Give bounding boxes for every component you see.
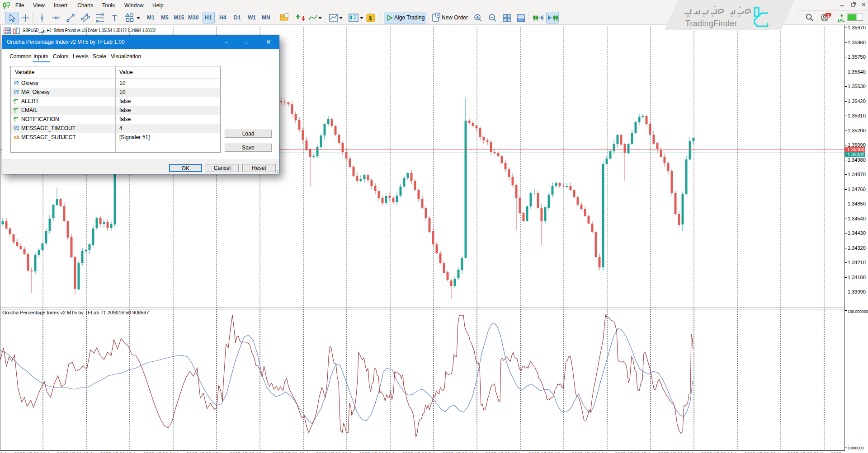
svg-text:TradingFinder: TradingFinder	[685, 19, 737, 28]
svg-text:1: 1	[827, 13, 830, 18]
svg-text:$: $	[369, 15, 373, 22]
svg-text:T: T	[112, 14, 117, 23]
svg-text:LVL: LVL	[838, 18, 844, 23]
